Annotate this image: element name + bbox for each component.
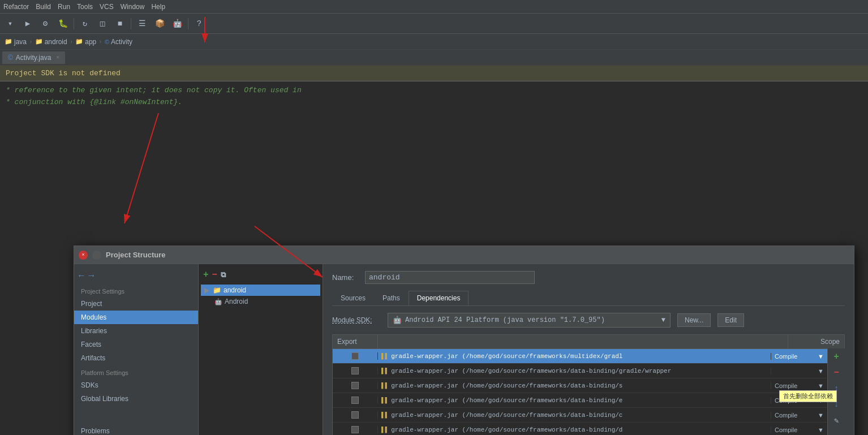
deps-table: ▌▌gradle-wrapper.jar (/home/god/source/f… [332,348,828,435]
export-checkbox[interactable] [351,426,359,433]
class-icon-activity: © [105,38,109,45]
tab-sources[interactable]: Sources [332,291,374,305]
export-checkbox[interactable] [351,397,359,404]
menu-window[interactable]: Window [121,3,145,11]
deps-table-row[interactable]: ▌▌gradle-wrapper.jar (/home/god/source/f… [333,393,827,408]
dep-scope-cell[interactable]: Compile▼ [771,353,827,360]
sidebar-item-modules[interactable]: Modules [74,311,198,324]
dep-name-cell: ▌▌gradle-wrapper.jar (/home/god/source/f… [378,427,771,433]
toolbar-dropdown-btn[interactable]: ▾ [2,16,18,32]
toolbar-sdk-btn[interactable]: 📦 [152,16,167,32]
deps-table-row[interactable]: ▌▌gradle-wrapper.jar (/home/god/source/f… [333,408,827,423]
tree-item-android[interactable]: ▶ 📁 android [201,285,320,296]
export-checkbox-cell [333,426,378,433]
dep-scope-cell[interactable]: Compile▼ [771,382,827,389]
dep-scope-cell[interactable]: ▼ [771,368,827,374]
col-name-header [378,339,788,344]
toolbar-android-btn[interactable]: 🤖 [169,16,185,32]
sidebar-forward-button[interactable]: → [89,271,94,281]
toolbar-avd-btn[interactable]: ☰ [134,16,150,32]
breadcrumb-sep2: › [70,38,74,45]
dep-scope-cell[interactable]: Compile▼ [771,412,827,419]
dep-scope-text: Compile [775,412,797,419]
tree-android-child-label: Android [225,298,248,305]
sdk-value-text: Android API 24 Platform (java version "1… [405,316,605,324]
deps-table-row[interactable]: ▌▌gradle-wrapper.jar (/home/god/source/f… [333,378,827,393]
editor-line2: * conjunction with {@link #onNewIntent}. [6,97,862,109]
toolbar-sep3 [188,18,188,29]
breadcrumb-activity[interactable]: © Activity [105,38,132,46]
edit-dep-button[interactable]: ✎ [830,414,843,427]
breadcrumb-android[interactable]: 📁 android [35,38,67,46]
dep-name-cell: ▌▌gradle-wrapper.jar (/home/god/source/f… [378,382,771,389]
sidebar-item-facets[interactable]: Facets [74,338,198,351]
project-structure-dialog: × Project Structure ← → Project Settings… [74,246,854,435]
dialog-sidebar: ← → Project Settings Project Modules Lib… [74,264,199,435]
file-tabs: © Activity.java × [0,50,868,66]
tree-android-label: android [224,286,246,294]
dep-name-text: gradle-wrapper.jar (/home/god/source/fra… [391,382,622,389]
dep-scope-cell[interactable]: Compile▼ [771,427,827,433]
breadcrumb-java[interactable]: 📁 java [5,38,27,46]
toolbar: ▾ ▶ ⚙ 🐛 ↻ ◫ ■ ☰ 📦 🤖 ? [0,14,868,34]
warning-text: Project SDK is not defined [6,69,121,77]
toolbar-build-btn[interactable]: ⚙ [37,16,53,32]
sdk-dropdown-arrow: ▼ [661,316,665,324]
folder-icon-app: 📁 [75,38,83,45]
toolbar-stop-btn[interactable]: ■ [112,16,128,32]
dialog-content: ← → Project Settings Project Modules Lib… [74,264,854,435]
sidebar-item-problems[interactable]: Problems [74,423,198,435]
sidebar-item-libraries[interactable]: Libraries [74,324,198,338]
menu-help[interactable]: Help [151,3,165,11]
export-checkbox-cell [333,367,378,374]
export-checkbox-cell [333,411,378,419]
tooltip-text: 首先删除全部依赖 [779,390,837,402]
menu-vcs[interactable]: VCS [100,3,114,11]
scope-dropdown-arrow: ▼ [818,412,824,419]
tree-toolbar: + − ⧉ [201,269,320,285]
sidebar-back-button[interactable]: ← [79,271,84,281]
file-tab-close[interactable]: × [56,54,59,61]
toolbar-help-btn[interactable]: ? [191,16,207,32]
file-tab-label: Activity.java [16,54,51,62]
add-dep-button[interactable]: + [830,351,843,363]
tree-copy-button[interactable]: ⧉ [221,271,226,279]
export-checkbox-cell [333,397,378,404]
toolbar-sync-btn[interactable]: ↻ [77,16,93,32]
breadcrumb-app[interactable]: 📁 app [75,38,96,46]
name-input[interactable] [365,271,535,284]
menu-run[interactable]: Run [58,3,70,11]
sidebar-item-project[interactable]: Project [74,297,198,311]
dialog-close-button[interactable]: × [79,251,88,260]
export-checkbox[interactable] [351,411,359,419]
sidebar-item-sdks[interactable]: SDKs [74,378,198,392]
export-checkbox[interactable] [351,382,359,389]
tab-paths[interactable]: Paths [374,291,409,305]
dialog-min-button[interactable] [92,251,101,260]
tree-item-android-child[interactable]: 🤖 Android [201,296,320,307]
editor-area[interactable]: * reference to the given intent; it does… [0,81,868,127]
sdk-select-dropdown[interactable]: 🤖 Android API 24 Platform (java version … [388,313,671,328]
toolbar-debug-btn[interactable]: 🐛 [55,16,71,32]
export-checkbox[interactable] [351,367,359,374]
deps-table-row[interactable]: ▌▌gradle-wrapper.jar (/home/god/source/f… [333,349,827,364]
remove-dep-button[interactable]: − [830,367,843,379]
toolbar-gradle-btn[interactable]: ◫ [94,16,110,32]
toolbar-run-btn[interactable]: ▶ [20,16,36,32]
deps-table-row[interactable]: ▌▌gradle-wrapper.jar (/home/god/source/f… [333,423,827,435]
tree-add-button[interactable]: + [203,270,209,280]
export-checkbox[interactable] [351,352,359,360]
sidebar-item-global-libraries[interactable]: Global Libraries [74,392,198,406]
tab-dependencies[interactable]: Dependencies [409,291,469,305]
menu-refactor[interactable]: Refactor [3,3,29,11]
sdk-new-button[interactable]: New... [677,313,711,327]
tree-remove-button[interactable]: − [212,270,218,280]
dep-name-cell: ▌▌gradle-wrapper.jar (/home/god/source/f… [378,412,771,419]
sidebar-item-artifacts[interactable]: Artifacts [74,351,198,365]
menu-build[interactable]: Build [36,3,51,11]
deps-table-row[interactable]: ▌▌gradle-wrapper.jar (/home/god/source/f… [333,364,827,378]
dep-scope-text: Compile [775,382,797,389]
sdk-edit-button[interactable]: Edit [717,313,744,327]
file-tab-activity[interactable]: © Activity.java × [2,51,65,64]
menu-tools[interactable]: Tools [77,3,93,11]
